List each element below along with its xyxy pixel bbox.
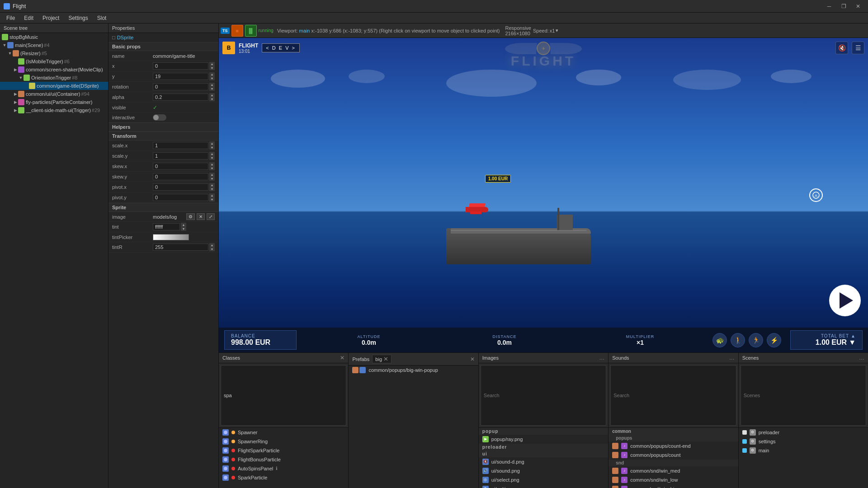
turtle-icon-btn[interactable]: 🐢 (712, 333, 727, 347)
minimize-button[interactable]: ─ (823, 1, 835, 11)
sound-item-countend[interactable]: ♪ common/popups/count-end (609, 441, 738, 450)
spinner-up[interactable]: ▲ (209, 173, 215, 177)
image-item-select[interactable]: ◎ ui/select.png (479, 475, 608, 484)
walk-icon-btn[interactable]: 🚶 (731, 333, 745, 347)
class-item-spawner[interactable]: Spawner (219, 428, 348, 437)
spinner-down[interactable]: ▼ (209, 247, 215, 251)
tree-item-mathui[interactable]: ▶ __client-side-math-ui(Trigger) #29 (0, 106, 108, 114)
prefabs-close-button[interactable]: ✕ (470, 356, 475, 362)
scene-item-preloader[interactable]: ⚙ preloader (739, 428, 868, 437)
menu-project[interactable]: Project (38, 14, 64, 22)
scene-item-settings[interactable]: ⚙ settings (739, 437, 868, 446)
prop-input-pivotx[interactable]: 0 (153, 183, 208, 191)
tree-item-orientationtrigger[interactable]: ▼ OrientationTrigger #8 (0, 74, 108, 82)
spinner-down[interactable]: ▼ (209, 166, 215, 170)
sounds-search-input[interactable] (610, 365, 736, 426)
spinner-down[interactable]: ▼ (209, 177, 215, 181)
spinner-down[interactable]: ▼ (209, 156, 215, 160)
prop-input-scalex[interactable]: 1 (153, 142, 208, 149)
image-expand-button[interactable]: ⤢ (207, 213, 215, 220)
prop-input-rotation[interactable]: 0 (153, 83, 208, 90)
tree-item-gametitle[interactable]: common/game-title(DSprite) (0, 82, 108, 90)
prefabs-tag-close-button[interactable]: ✕ (383, 356, 388, 362)
tint-picker[interactable] (153, 234, 189, 240)
spinner-down[interactable]: ▼ (209, 97, 215, 101)
spinner-down[interactable]: ▼ (209, 76, 215, 80)
scene-item-main[interactable]: ⚙ main (739, 446, 868, 455)
tint-input[interactable]: ffffff (153, 223, 180, 230)
sound-icon[interactable]: 🔇 (835, 42, 848, 54)
image-item-sound[interactable]: 🔊 ui/sound.png (479, 466, 608, 475)
spinner-up[interactable]: ▲ (209, 83, 215, 87)
spinner-down[interactable]: ▼ (209, 197, 215, 202)
menu-edit[interactable]: Edit (19, 14, 38, 22)
prop-input-y[interactable]: 19 (153, 73, 208, 80)
sound-item-winmed[interactable]: ♪ common/snd/win_med (609, 466, 738, 475)
sounds-more-button[interactable]: … (729, 355, 735, 361)
spinner-down[interactable]: ▼ (209, 145, 215, 150)
tree-item-main[interactable]: ▼ main(Scene) #4 (0, 41, 108, 49)
image-clear-button[interactable]: ✕ (197, 213, 205, 220)
viewport[interactable]: ✈ FLIGHT (219, 38, 868, 352)
class-item-autospinspanel[interactable]: AutoSpinsPanel ℹ (219, 464, 348, 473)
play-pause-button[interactable]: ▐▌ (245, 25, 257, 37)
prop-input-scaley[interactable]: 1 (153, 152, 208, 160)
image-edit-button[interactable]: ⚙ (186, 213, 195, 220)
tree-item-flyparticles[interactable]: ▶ fly-particles(ParticleContainer) (0, 98, 108, 106)
menu-file[interactable]: File (2, 14, 19, 22)
menu-icon[interactable]: ☰ (852, 42, 864, 54)
spinner-up[interactable]: ▲ (181, 223, 186, 227)
close-button[interactable]: ✕ (852, 1, 864, 11)
prop-input-x[interactable]: 0 (153, 62, 208, 70)
sound-item-winlow[interactable]: ♪ common/snd/win_low (609, 475, 738, 484)
tree-item-ui[interactable]: ▶ common/ui/ui(Container) #94 (0, 90, 108, 98)
run-icon-btn[interactable]: 🏃 (749, 333, 763, 347)
menu-settings[interactable]: Settings (64, 14, 92, 22)
prop-toggle-interactive[interactable] (153, 114, 166, 121)
spinner-up[interactable]: ▲ (209, 72, 215, 76)
spinner-up[interactable]: ▲ (209, 62, 215, 66)
class-item-flightbonusparticle[interactable]: FlightBonusParticle (219, 455, 348, 464)
sound-item-winhi[interactable]: ♪ common/snd/win_hi (609, 484, 738, 488)
spinner-up[interactable]: ▲ (209, 243, 215, 247)
spinner-down[interactable]: ▼ (209, 87, 215, 91)
spinner-up[interactable]: ▲ (209, 141, 215, 145)
spinner-up[interactable]: ▲ (209, 193, 215, 197)
class-item-sparkparticle[interactable]: SparkParticle (219, 473, 348, 482)
scenes-more-button[interactable]: … (859, 355, 864, 361)
prop-input-pivoty[interactable]: 0 (153, 194, 208, 201)
prop-input-tintr[interactable]: 255 (153, 244, 208, 251)
stop-button[interactable]: ■ (231, 25, 243, 37)
tree-item-ismobiletrigger[interactable]: (IsMobileTrigger) #6 (0, 57, 108, 66)
lightning-icon-btn[interactable]: ⚡ (767, 333, 781, 347)
prop-input-skewy[interactable]: 0 (153, 173, 208, 180)
menu-slot[interactable]: Slot (93, 14, 111, 22)
spinner-up[interactable]: ▲ (209, 152, 215, 156)
classes-search-input[interactable] (221, 365, 346, 426)
spinner-up[interactable]: ▲ (209, 183, 215, 187)
scenes-search-input[interactable] (741, 365, 866, 426)
big-play-button[interactable] (829, 285, 861, 316)
image-item-popupray[interactable]: ▶ popup/ray.png (479, 435, 608, 444)
spinner-up[interactable]: ▲ (209, 162, 215, 166)
spinner-down[interactable]: ▼ (181, 227, 186, 231)
prop-input-skewx[interactable]: 0 (153, 163, 208, 170)
spinner-up[interactable]: ▲ (209, 93, 215, 97)
classes-close-button[interactable]: ✕ (340, 355, 344, 361)
tree-item-resizer[interactable]: ▼ (Resizer) #5 (0, 49, 108, 57)
images-search-input[interactable] (481, 365, 606, 426)
image-item-soundd[interactable]: 🔇 ui/sound-d.png (479, 457, 608, 466)
sound-item-count[interactable]: ♪ common/popups/count (609, 450, 738, 460)
spinner-down[interactable]: ▼ (209, 66, 215, 70)
tree-item-stopbgmusic[interactable]: stopBgMusic (0, 33, 108, 41)
images-more-button[interactable]: … (599, 355, 604, 361)
image-item-settings[interactable]: ⚙ ui/settings.png (479, 484, 608, 488)
prop-input-alpha[interactable]: 0.2 (153, 94, 208, 101)
spinner-down[interactable]: ▼ (209, 187, 215, 191)
class-item-flightsparkparticle[interactable]: FlightSparkParticle (219, 446, 348, 455)
restore-button[interactable]: ❐ (837, 1, 850, 11)
tree-item-screenshaker[interactable]: ▶ common/screen-shaker(MovieClip) (0, 66, 108, 74)
image-thumb: ◎ (482, 477, 489, 483)
class-item-spawnerring[interactable]: SpawnerRing (219, 437, 348, 446)
prefab-item-bigwinpopup[interactable]: common/popups/big-win-popup (349, 366, 478, 375)
